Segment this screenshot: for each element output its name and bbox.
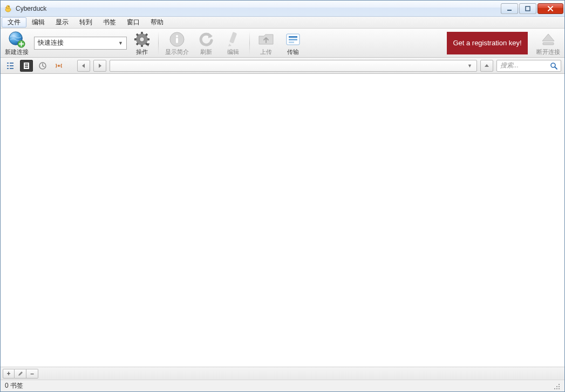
- maximize-button[interactable]: [519, 3, 536, 14]
- navigation-toolbar: ▼ 搜索...: [1, 58, 564, 74]
- gear-icon: [133, 31, 151, 48]
- resize-grip[interactable]: [553, 382, 560, 390]
- upload-folder-icon: [257, 31, 275, 48]
- quick-connect-value: 快速连接: [38, 38, 64, 47]
- svg-point-12: [176, 35, 178, 37]
- menu-window[interactable]: 窗口: [121, 17, 145, 28]
- view-outline-button[interactable]: [4, 60, 17, 72]
- view-history-button[interactable]: [36, 60, 49, 72]
- svg-rect-16: [289, 36, 297, 38]
- refresh-icon: [198, 31, 215, 48]
- svg-rect-14: [229, 32, 237, 44]
- menu-bookmark[interactable]: 书签: [98, 17, 121, 28]
- svg-point-2: [8, 6, 9, 6]
- path-combo[interactable]: ▼: [110, 60, 477, 72]
- disconnect-button[interactable]: 断开连接: [534, 29, 562, 57]
- statusbar: 0 书签: [1, 380, 564, 391]
- plus-icon: +: [6, 370, 10, 377]
- menu-view[interactable]: 显示: [50, 17, 74, 28]
- globe-plus-icon: [8, 31, 25, 48]
- transfers-label: 传输: [287, 48, 299, 56]
- chevron-down-icon: ▼: [118, 40, 123, 46]
- minus-icon: –: [30, 370, 34, 377]
- view-bonjour-button[interactable]: [52, 60, 65, 72]
- edit-button[interactable]: 编辑: [221, 29, 245, 57]
- registration-banner[interactable]: Get a registration key!: [447, 32, 528, 54]
- svg-point-1: [6, 5, 10, 9]
- svg-point-10: [140, 37, 144, 42]
- edit-bookmark-button[interactable]: [15, 369, 26, 379]
- bookmarks-list[interactable]: [1, 74, 564, 367]
- menu-go[interactable]: 转到: [74, 17, 98, 28]
- nav-forward-button[interactable]: [93, 60, 106, 72]
- window-controls: [500, 3, 563, 14]
- app-icon: [4, 4, 12, 13]
- svg-rect-23: [25, 67, 28, 68]
- new-connection-label: 新建连接: [5, 48, 29, 56]
- svg-point-25: [58, 65, 60, 67]
- view-bookmarks-button[interactable]: [20, 60, 33, 72]
- add-bookmark-button[interactable]: +: [3, 369, 15, 379]
- registration-banner-text: Get a registration key!: [453, 39, 521, 47]
- pencil-small-icon: [17, 370, 24, 377]
- menu-edit[interactable]: 编辑: [26, 17, 50, 28]
- menu-file[interactable]: 文件: [2, 17, 26, 27]
- toolbar-separator: [249, 31, 250, 55]
- menubar: 文件 编辑 显示 转到 书签 窗口 帮助: [1, 17, 564, 29]
- edit-label: 编辑: [227, 48, 239, 56]
- eject-icon: [540, 31, 557, 48]
- close-button[interactable]: [537, 3, 563, 14]
- nav-up-button[interactable]: [480, 60, 493, 72]
- disconnect-label: 断开连接: [536, 48, 560, 56]
- search-input[interactable]: 搜索...: [496, 60, 561, 72]
- minimize-button[interactable]: [501, 3, 518, 14]
- upload-button[interactable]: 上传: [254, 29, 278, 57]
- action-button[interactable]: 操作: [130, 29, 154, 57]
- pencil-icon: [224, 31, 242, 48]
- get-info-label: 显示简介: [165, 48, 189, 56]
- search-icon: [550, 62, 557, 70]
- menu-help[interactable]: 帮助: [145, 17, 169, 28]
- window-title: Cyberduck: [16, 5, 46, 12]
- svg-rect-3: [507, 10, 512, 11]
- titlebar[interactable]: Cyberduck: [1, 1, 564, 17]
- new-connection-button[interactable]: 新建连接: [3, 29, 31, 57]
- svg-rect-22: [25, 65, 28, 66]
- svg-rect-18: [289, 42, 294, 43]
- refresh-label: 刷新: [200, 48, 212, 56]
- svg-rect-17: [289, 39, 297, 40]
- search-placeholder: 搜索...: [500, 61, 519, 70]
- transfers-icon: [284, 31, 302, 48]
- chevron-down-icon: ▼: [467, 63, 472, 68]
- remove-bookmark-button[interactable]: –: [26, 369, 38, 379]
- action-label: 操作: [136, 48, 148, 56]
- app-window: Cyberduck 文件 编辑 显示 转到 书签 窗口 帮助: [0, 0, 565, 392]
- svg-rect-13: [176, 38, 178, 43]
- bookmarks-edit-bar: + –: [1, 367, 564, 380]
- upload-label: 上传: [260, 48, 272, 56]
- main-toolbar: 新建连接 快速连接 ▼: [1, 29, 564, 58]
- refresh-button[interactable]: 刷新: [194, 29, 218, 57]
- svg-rect-21: [25, 64, 28, 65]
- quick-connect-combo[interactable]: 快速连接 ▼: [34, 37, 127, 50]
- svg-rect-19: [543, 43, 554, 45]
- info-icon: [168, 31, 186, 48]
- nav-back-button[interactable]: [77, 60, 90, 72]
- transfers-button[interactable]: 传输: [281, 29, 305, 57]
- get-info-button[interactable]: 显示简介: [163, 29, 191, 57]
- status-text: 0 书签: [5, 381, 23, 390]
- svg-rect-4: [526, 6, 530, 11]
- toolbar-separator: [158, 31, 159, 55]
- svg-line-27: [555, 67, 557, 69]
